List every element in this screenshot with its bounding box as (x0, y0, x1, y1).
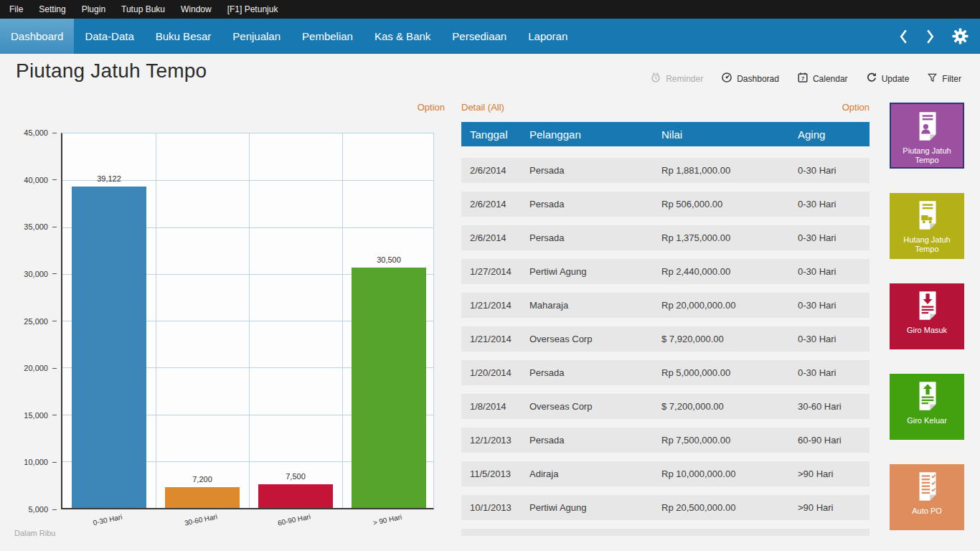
tile-auto-po[interactable]: Auto PO (890, 464, 964, 530)
cell-nilai: Rp 506,000.00 (653, 199, 789, 209)
menu-item-setting[interactable]: Setting (31, 0, 73, 19)
y-tick-label: 15,000 (24, 411, 48, 420)
table-links: Detail (All) Option (461, 102, 870, 115)
cell-tanggal: 10/1/2013 (461, 502, 521, 513)
nav-back-icon[interactable] (899, 29, 908, 44)
x-tick-label: > 90 Hari (341, 507, 433, 534)
y-tick-mark (52, 368, 57, 369)
cell-pelanggan: Persada (521, 435, 653, 446)
table-partial-row (461, 529, 870, 536)
table-row[interactable]: 10/1/2013Pertiwi AgungRp 20,500,000.00>9… (461, 495, 870, 520)
filter-icon (927, 72, 938, 85)
y-tick-label: 30,000 (24, 270, 48, 278)
menubar: FileSettingPluginTutup BukuWindow[F1] Pe… (0, 0, 980, 19)
table-option-link[interactable]: Option (842, 102, 870, 115)
cell-tanggal: 2/6/2014 (461, 199, 521, 209)
cell-nilai: $ 7,200,000.00 (653, 401, 789, 412)
tab-buku-besar[interactable]: Buku Besar (145, 19, 222, 54)
table-body: 2/6/2014PersadaRp 1,881,000.000-30 Hari2… (461, 158, 870, 520)
action-dashborad[interactable]: Dashborad (721, 72, 779, 85)
cell-nilai: Rp 7,500,000.00 (653, 435, 789, 446)
chart-ylabels: 45,00040,00035,00030,00025,00020,00015,0… (0, 133, 57, 509)
tile-giro-masuk[interactable]: Giro Masuk (890, 283, 964, 349)
menu-item-f1-petunjuk[interactable]: [F1] Petunjuk (220, 0, 286, 19)
table-row[interactable]: 2/6/2014PersadaRp 506,000.000-30 Hari (461, 192, 870, 217)
settings-gear-icon[interactable] (952, 28, 969, 44)
tile-giro-keluar[interactable]: Giro Keluar (890, 374, 964, 440)
tab-persediaan[interactable]: Persediaan (441, 19, 517, 54)
menu-item-file[interactable]: File (1, 0, 31, 19)
bar-60-90-hari[interactable] (258, 484, 333, 508)
tab-data-data[interactable]: Data-Data (74, 19, 144, 54)
cell-nilai: Rp 5,000,000.00 (653, 367, 789, 378)
bar-0-30-hari[interactable] (72, 187, 146, 508)
cell-aging: 0-30 Hari (789, 334, 870, 344)
y-tick-mark (52, 509, 57, 510)
chart-xlabels: 0-30 Hari30-60 Hari60-90 Hari> 90 Hari (61, 513, 434, 537)
cell-aging: >90 Hari (789, 468, 870, 479)
tab-laporan[interactable]: Laporan (517, 19, 578, 54)
table-row[interactable]: 12/1/2013PersadaRp 7,500,000.0060-90 Har… (461, 428, 870, 453)
y-tick-mark (52, 179, 57, 180)
cell-tanggal: 12/1/2013 (461, 435, 521, 446)
gridline-v (156, 133, 156, 508)
table-row[interactable]: 2/6/2014PersadaRp 1,375,000.000-30 Hari (461, 225, 870, 250)
tab-kas-bank[interactable]: Kas & Bank (364, 19, 441, 54)
table-row[interactable]: 11/5/2013AdirajaRp 10,000,000.00>90 Hari (461, 461, 870, 486)
nav-forward-icon[interactable] (925, 29, 935, 44)
cell-pelanggan: Pertiwi Agung (521, 502, 653, 513)
menu-item-plugin[interactable]: Plugin (74, 0, 113, 19)
cell-aging: 60-90 Hari (789, 435, 870, 446)
table-row[interactable]: 1/21/2014Overseas Corp$ 7,920,000.000-30… (461, 326, 870, 352)
giro-in-icon (910, 283, 943, 325)
cell-tanggal: 2/6/2014 (461, 165, 521, 176)
tab-dashboard[interactable]: Dashboard (0, 19, 74, 54)
detail-all-link[interactable]: Detail (All) (461, 102, 504, 115)
table-row[interactable]: 1/21/2014MaharajaRp 20,000,000.000-30 Ha… (461, 293, 870, 318)
x-tick-label: 0-30 Hari (61, 507, 154, 534)
table-row[interactable]: 1/27/2014Pertiwi AgungRp 2,440,000.000-3… (461, 259, 870, 284)
y-tick-label: 35,000 (24, 222, 48, 231)
auto-po-icon (910, 464, 943, 506)
column-header-pelanggan: Pelanggan (521, 128, 653, 141)
cell-nilai: $ 7,920,000.00 (653, 334, 789, 344)
y-tick-mark (52, 273, 57, 274)
menu-item-tutup-buku[interactable]: Tutup Buku (113, 0, 173, 19)
action-reminder[interactable]: Reminder (650, 72, 703, 85)
cell-tanggal: 1/20/2014 (461, 367, 521, 378)
page-title: Piutang Jatuh Tempo (16, 60, 207, 83)
cell-tanggal: 11/5/2013 (461, 468, 521, 479)
y-tick-label: 5,000 (28, 505, 48, 514)
tile-piutang-jatuh-tempo[interactable]: Piutang Jatuh Tempo (890, 103, 964, 169)
table-row[interactable]: 2/6/2014PersadaRp 1,881,000.000-30 Hari (461, 158, 870, 183)
tab-penjualan[interactable]: Penjualan (222, 19, 291, 54)
bar-30-60-hari[interactable] (165, 487, 240, 508)
cell-aging: 0-30 Hari (789, 199, 870, 209)
gridline-v (342, 133, 343, 508)
tile-hutang-jatuh-tempo[interactable]: Hutang Jatuh Tempo (890, 193, 964, 259)
tile-label-hutang-jatuh-tempo: Hutang Jatuh Tempo (890, 235, 964, 253)
table-row[interactable]: 1/20/2014PersadaRp 5,000,000.000-30 Hari (461, 360, 870, 385)
table-row[interactable]: 1/8/2014Overseas Corp$ 7,200,000.0030-60… (461, 394, 870, 419)
column-header-nilai: Nilai (653, 128, 789, 141)
y-tick-mark (52, 133, 57, 133)
cell-tanggal: 2/6/2014 (461, 232, 521, 243)
action-calendar[interactable]: 7Calendar (797, 72, 848, 85)
alarm-icon (650, 72, 661, 85)
cell-nilai: Rp 1,881,000.00 (653, 165, 789, 176)
action-update[interactable]: Update (866, 72, 910, 85)
bar-value-label: 7,500 (258, 472, 333, 481)
menu-item-window[interactable]: Window (173, 0, 220, 19)
y-tick-label: 10,000 (24, 458, 48, 466)
action-filter[interactable]: Filter (927, 72, 961, 85)
dashboard-page: Piutang Jatuh Tempo ReminderDashborad7Ca… (0, 54, 980, 551)
cell-tanggal: 1/21/2014 (461, 334, 521, 344)
cell-aging: >90 Hari (789, 502, 870, 513)
cell-pelanggan: Adiraja (521, 468, 653, 479)
chart-option-link[interactable]: Option (323, 102, 445, 113)
action-label-update: Update (882, 74, 910, 84)
tab-pembelian[interactable]: Pembelian (291, 19, 364, 54)
cell-nilai: Rp 20,000,000.00 (653, 300, 789, 311)
header-actions: ReminderDashborad7CalendarUpdateFilter (650, 72, 961, 85)
bar-90-hari[interactable] (352, 268, 426, 508)
